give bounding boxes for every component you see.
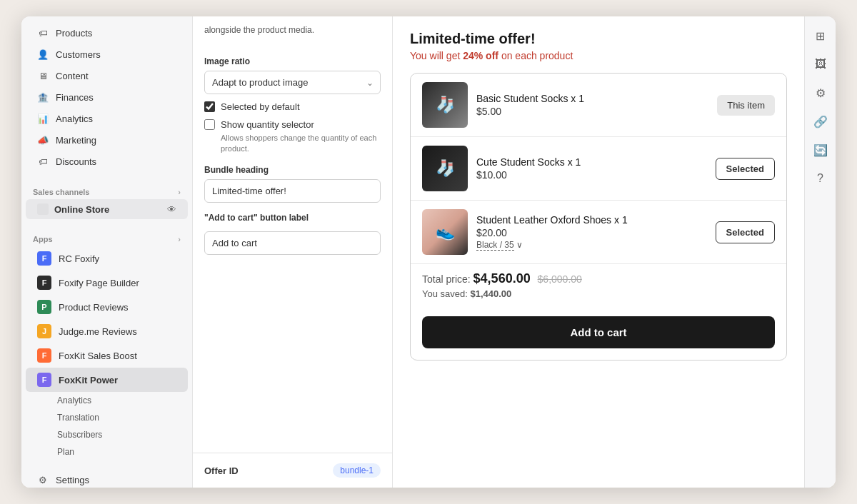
sidebar-item-judgeme[interactable]: J Judge.me Reviews (26, 319, 188, 343)
apps-chevron[interactable]: › (178, 235, 181, 243)
sidebar: 🏷 Products 👤 Customers 🖥 Content 🏦 Finan… (21, 16, 193, 488)
show-quantity-label: Show quantity selector (221, 119, 314, 130)
saved-line: You saved: $1,440.00 (422, 288, 775, 299)
foxkit-power-icon: F (37, 373, 51, 387)
show-quantity-row: Show quantity selector (204, 119, 381, 130)
offer-id-row: Offer ID bundle-1 (193, 453, 392, 488)
apps-label: Apps › (21, 228, 192, 246)
discounts-icon: 🏷 (37, 156, 49, 167)
selected-button-1[interactable]: Selected (716, 158, 775, 180)
table-row: 🧦 Basic Student Socks x 1 $5.00 This ite… (411, 74, 786, 137)
image-ratio-select-wrapper: Adapt to product image 1:1 Square 3:4 Po… (204, 71, 381, 94)
rc-foxify-icon: F (37, 251, 51, 266)
refresh-toolbar-icon[interactable]: 🔄 (810, 139, 831, 161)
image-ratio-select[interactable]: Adapt to product image 1:1 Square 3:4 Po… (204, 71, 381, 94)
this-item-button[interactable]: This item (717, 95, 775, 116)
eye-icon[interactable]: 👁 (167, 204, 176, 215)
product-name-1: Basic Student Socks x 1 (476, 93, 708, 104)
selected-button-2[interactable]: Selected (716, 221, 775, 243)
finances-icon: 🏦 (37, 91, 49, 103)
total-new-price: $4,560.00 (473, 271, 531, 286)
sidebar-item-analytics[interactable]: 📊 Analytics (26, 108, 188, 129)
analytics-icon: 📊 (37, 113, 49, 124)
sales-channels-chevron[interactable]: › (178, 188, 181, 196)
middle-panel: alongside the product media. Image ratio… (193, 16, 393, 488)
image-toolbar-icon[interactable]: 🖼 (810, 54, 831, 75)
table-row: 🧦 Cute Student Socks x 1 $10.00 Selected (411, 137, 786, 201)
bundle-heading-label: Bundle heading (204, 165, 381, 175)
add-to-cart-button[interactable]: Add to cart (422, 316, 775, 348)
product-price-3: $20.00 (476, 227, 707, 238)
sidebar-item-foxkit-sales-boost[interactable]: F FoxKit Sales Boost (26, 343, 188, 368)
sidebar-item-rc-foxify[interactable]: F RC Foxify (26, 246, 188, 271)
sidebar-item-products[interactable]: 🏷 Products (26, 22, 188, 44)
preview-panel: Limited-time offer! You will get 24% off… (393, 16, 804, 488)
settings-icon: ⚙ (37, 474, 49, 485)
marketing-icon: 📣 (37, 134, 49, 146)
offer-id-badge: bundle-1 (333, 463, 381, 478)
total-price-line: Total price: $4,560.00 $6,000.00 (422, 271, 775, 286)
saved-amount: $1,440.00 (470, 288, 511, 299)
table-row: 👟 Student Leather Oxford Shoes x 1 $20.0… (411, 201, 786, 264)
total-old-price: $6,000.00 (538, 273, 582, 285)
sidebar-item-content[interactable]: 🖥 Content (26, 65, 188, 86)
sales-channels-label: Sales channels › (21, 181, 192, 199)
bundle-title: Limited-time offer! (410, 31, 787, 47)
selected-by-default-label: Selected by default (221, 101, 300, 112)
link-toolbar-icon[interactable]: 🔗 (810, 111, 831, 132)
products-icon: 🏷 (37, 27, 49, 39)
sidebar-item-foxify-page-builder[interactable]: F Foxify Page Builder (26, 271, 188, 295)
sidebar-item-settings[interactable]: ⚙ Settings (26, 469, 188, 488)
sidebar-item-discounts[interactable]: 🏷 Discounts (26, 151, 188, 172)
subitem-analytics[interactable]: Analytics (26, 392, 188, 409)
discount-text: You will get 24% off on each product (410, 50, 787, 61)
product-thumb-2: 🧦 (422, 146, 468, 191)
main-window: 🏷 Products 👤 Customers 🖥 Content 🏦 Finan… (21, 16, 836, 488)
show-quantity-desc: Allows shoppers change the quantity of e… (221, 133, 381, 155)
offer-id-label: Offer ID (204, 465, 239, 476)
sidebar-item-finances[interactable]: 🏦 Finances (26, 86, 188, 108)
subitem-subscribers[interactable]: Subscribers (26, 426, 188, 443)
image-ratio-label: Image ratio (204, 56, 381, 66)
product-price-1: $5.00 (476, 106, 708, 117)
product-variant: Black / 35 ∨ (476, 240, 707, 250)
sidebar-item-foxkit-power[interactable]: F FoxKit Power (26, 368, 188, 392)
right-toolbar: ⊞ 🖼 ⚙ 🔗 🔄 ? (804, 16, 836, 488)
total-row: Total price: $4,560.00 $6,000.00 You sav… (411, 264, 786, 311)
help-toolbar-icon[interactable]: ? (810, 168, 831, 189)
product-info-3: Student Leather Oxford Shoes x 1 $20.00 … (476, 214, 707, 250)
add-to-cart-label: "Add to cart" button label (204, 213, 381, 223)
add-to-cart-input[interactable] (204, 231, 381, 255)
product-reviews-icon: P (37, 300, 51, 314)
foxify-pb-icon: F (37, 276, 51, 290)
sidebar-item-marketing[interactable]: 📣 Marketing (26, 129, 188, 151)
show-quantity-checkbox[interactable] (204, 119, 215, 130)
customers-icon: 👤 (37, 49, 49, 60)
bundle-card: 🧦 Basic Student Socks x 1 $5.00 This ite… (410, 73, 787, 361)
product-info-1: Basic Student Socks x 1 $5.00 (476, 93, 708, 117)
bundle-heading-input[interactable] (204, 179, 381, 203)
selected-by-default-row: Selected by default (204, 101, 381, 112)
sidebar-item-customers[interactable]: 👤 Customers (26, 44, 188, 65)
content-icon: 🖥 (37, 70, 49, 81)
product-name-2: Cute Student Socks x 1 (476, 156, 707, 168)
alongside-text: alongside the product media. (204, 25, 381, 35)
settings-toolbar-icon[interactable]: ⚙ (810, 82, 831, 104)
product-thumb-3: 👟 (422, 209, 468, 255)
product-price-2: $10.00 (476, 169, 707, 181)
online-store-row[interactable]: Online Store 👁 (26, 199, 188, 219)
foxkit-sales-icon: F (37, 348, 51, 363)
sidebar-item-product-reviews[interactable]: P Product Reviews (26, 295, 188, 319)
selected-by-default-checkbox[interactable] (204, 101, 215, 112)
subitem-translation[interactable]: Translation (26, 409, 188, 426)
subitem-plan[interactable]: Plan (26, 443, 188, 460)
product-thumb-1: 🧦 (422, 82, 468, 128)
product-name-3: Student Leather Oxford Shoes x 1 (476, 214, 707, 226)
apps-toolbar-icon[interactable]: ⊞ (810, 25, 831, 46)
judgeme-icon: J (37, 324, 51, 338)
product-info-2: Cute Student Socks x 1 $10.00 (476, 156, 707, 181)
